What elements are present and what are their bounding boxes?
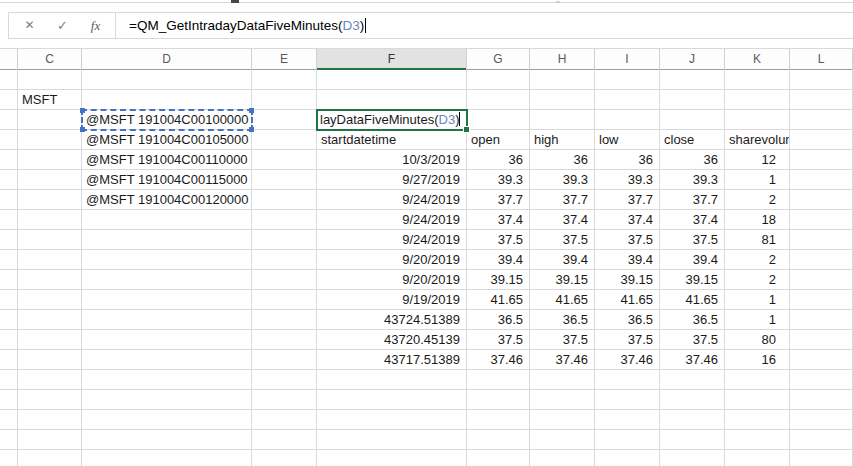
cell-I13[interactable]: 36.5	[595, 310, 660, 330]
cell-B7[interactable]	[0, 190, 18, 210]
cell-K18[interactable]	[725, 410, 790, 430]
cell-F1[interactable]	[317, 70, 467, 90]
cell-B2[interactable]	[0, 90, 18, 110]
cell-C6[interactable]	[18, 170, 82, 190]
cell-H6[interactable]: 39.3	[530, 170, 595, 190]
cell-I4[interactable]: low	[595, 130, 660, 150]
cell-C16[interactable]	[18, 370, 82, 390]
cell-I19[interactable]	[595, 430, 660, 450]
cell-C1[interactable]	[18, 70, 82, 90]
cell-F17[interactable]	[317, 390, 467, 410]
insert-function-icon[interactable]: fx	[79, 13, 112, 38]
column-header-B[interactable]	[0, 49, 18, 70]
cell-L16[interactable]	[790, 370, 853, 390]
cell-G13[interactable]: 36.5	[467, 310, 530, 330]
cell-J9[interactable]: 37.5	[660, 230, 725, 250]
cell-E5[interactable]	[252, 150, 317, 170]
cell-L3[interactable]	[790, 110, 853, 130]
cell-E7[interactable]	[252, 190, 317, 210]
cell-J8[interactable]: 37.4	[660, 210, 725, 230]
cell-I6[interactable]: 39.3	[595, 170, 660, 190]
cell-F19[interactable]	[317, 430, 467, 450]
cell-K8[interactable]: 18	[725, 210, 790, 230]
cell-I14[interactable]: 37.5	[595, 330, 660, 350]
cell-H12[interactable]: 41.65	[530, 290, 595, 310]
cell-C7[interactable]	[18, 190, 82, 210]
cell-J1[interactable]	[660, 70, 725, 90]
cell-H5[interactable]: 36	[530, 150, 595, 170]
cell-F15[interactable]: 43717.51389	[317, 350, 467, 370]
cell-K13[interactable]: 1	[725, 310, 790, 330]
cell-G7[interactable]: 37.7	[467, 190, 530, 210]
cell-G6[interactable]: 39.3	[467, 170, 530, 190]
cell-L9[interactable]	[790, 230, 853, 250]
cell-E8[interactable]	[252, 210, 317, 230]
cell-J5[interactable]: 36	[660, 150, 725, 170]
cell-F16[interactable]	[317, 370, 467, 390]
cell-I11[interactable]: 39.15	[595, 270, 660, 290]
cell-B6[interactable]	[0, 170, 18, 190]
cell-H20[interactable]	[530, 450, 595, 466]
cell-I5[interactable]: 36	[595, 150, 660, 170]
cell-L6[interactable]	[790, 170, 853, 190]
cell-C4[interactable]	[18, 130, 82, 150]
cell-D5[interactable]: @MSFT 191004C00110000	[82, 150, 252, 170]
cell-J16[interactable]	[660, 370, 725, 390]
cell-B14[interactable]	[0, 330, 18, 350]
cell-E3[interactable]	[252, 110, 317, 130]
cell-I9[interactable]: 37.5	[595, 230, 660, 250]
column-header-G[interactable]: G	[467, 49, 530, 70]
cell-L2[interactable]	[790, 90, 853, 110]
cell-H7[interactable]: 37.7	[530, 190, 595, 210]
cell-K15[interactable]: 16	[725, 350, 790, 370]
cell-K3[interactable]	[725, 110, 790, 130]
cell-J13[interactable]: 36.5	[660, 310, 725, 330]
cell-F8[interactable]: 9/24/2019	[317, 210, 467, 230]
cell-K9[interactable]: 81	[725, 230, 790, 250]
cell-I20[interactable]	[595, 450, 660, 466]
cell-E12[interactable]	[252, 290, 317, 310]
cell-F2[interactable]	[317, 90, 467, 110]
cell-E10[interactable]	[252, 250, 317, 270]
cell-D9[interactable]	[82, 230, 252, 250]
cell-D7[interactable]: @MSFT 191004C00120000	[82, 190, 252, 210]
cell-C19[interactable]	[18, 430, 82, 450]
cell-L5[interactable]	[790, 150, 853, 170]
cell-B9[interactable]	[0, 230, 18, 250]
cell-G2[interactable]	[467, 90, 530, 110]
cell-I7[interactable]: 37.7	[595, 190, 660, 210]
enter-icon[interactable]: ✓	[46, 13, 79, 38]
cell-K14[interactable]: 80	[725, 330, 790, 350]
cell-G20[interactable]	[467, 450, 530, 466]
cell-B3[interactable]	[0, 110, 18, 130]
cell-L14[interactable]	[790, 330, 853, 350]
cell-H1[interactable]	[530, 70, 595, 90]
cell-D8[interactable]	[82, 210, 252, 230]
cell-I8[interactable]: 37.4	[595, 210, 660, 230]
column-header-F[interactable]: F	[317, 49, 467, 70]
cell-F5[interactable]: 10/3/2019	[317, 150, 467, 170]
cell-H13[interactable]: 36.5	[530, 310, 595, 330]
cell-H9[interactable]: 37.5	[530, 230, 595, 250]
cell-B18[interactable]	[0, 410, 18, 430]
cell-L18[interactable]	[790, 410, 853, 430]
cell-H16[interactable]	[530, 370, 595, 390]
cell-D2[interactable]	[82, 90, 252, 110]
cell-K4[interactable]: sharevolume	[725, 130, 790, 150]
cell-B16[interactable]	[0, 370, 18, 390]
cell-E11[interactable]	[252, 270, 317, 290]
cell-G17[interactable]	[467, 390, 530, 410]
cell-J19[interactable]	[660, 430, 725, 450]
column-header-K[interactable]: K	[725, 49, 790, 70]
cell-B8[interactable]	[0, 210, 18, 230]
cell-C8[interactable]	[18, 210, 82, 230]
cell-I12[interactable]: 41.65	[595, 290, 660, 310]
cell-C15[interactable]	[18, 350, 82, 370]
cell-L19[interactable]	[790, 430, 853, 450]
cell-L17[interactable]	[790, 390, 853, 410]
cell-D16[interactable]	[82, 370, 252, 390]
cell-J11[interactable]: 39.15	[660, 270, 725, 290]
cell-J14[interactable]: 37.5	[660, 330, 725, 350]
formula-input[interactable]: =QM_GetIntradayDataFiveMinutes(D3)	[116, 18, 853, 33]
cell-G9[interactable]: 37.5	[467, 230, 530, 250]
